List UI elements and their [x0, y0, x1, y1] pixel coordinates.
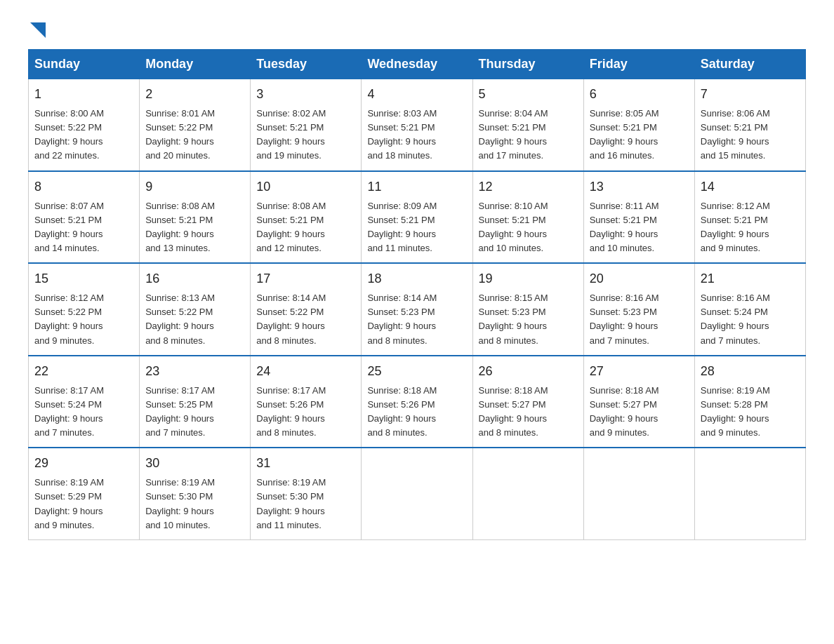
- day-number: 28: [701, 362, 800, 381]
- calendar-day-cell: 19Sunrise: 8:15 AM Sunset: 5:23 PM Dayli…: [472, 263, 583, 356]
- calendar-day-cell: 11Sunrise: 8:09 AM Sunset: 5:21 PM Dayli…: [362, 171, 472, 264]
- calendar-week-row: 15Sunrise: 8:12 AM Sunset: 5:22 PM Dayli…: [29, 263, 806, 356]
- day-number: 21: [701, 269, 800, 288]
- calendar-day-cell: 24Sunrise: 8:17 AM Sunset: 5:26 PM Dayli…: [251, 356, 362, 448]
- day-info: Sunrise: 8:19 AM Sunset: 5:30 PM Dayligh…: [145, 477, 215, 530]
- day-info: Sunrise: 8:17 AM Sunset: 5:24 PM Dayligh…: [34, 385, 104, 438]
- calendar-day-cell: 4Sunrise: 8:03 AM Sunset: 5:21 PM Daylig…: [362, 79, 472, 171]
- day-number: 20: [590, 269, 689, 288]
- calendar-day-cell: 7Sunrise: 8:06 AM Sunset: 5:21 PM Daylig…: [694, 79, 805, 171]
- calendar-day-cell: [694, 448, 805, 539]
- calendar-day-cell: 9Sunrise: 8:08 AM Sunset: 5:21 PM Daylig…: [140, 171, 251, 264]
- calendar-day-cell: 23Sunrise: 8:17 AM Sunset: 5:25 PM Dayli…: [140, 356, 251, 448]
- day-number: 10: [256, 177, 355, 196]
- day-of-week-header: Friday: [583, 50, 694, 79]
- calendar-week-row: 1Sunrise: 8:00 AM Sunset: 5:22 PM Daylig…: [29, 79, 806, 171]
- day-number: 6: [590, 85, 689, 104]
- calendar-day-cell: 15Sunrise: 8:12 AM Sunset: 5:22 PM Dayli…: [29, 263, 140, 356]
- day-info: Sunrise: 8:14 AM Sunset: 5:22 PM Dayligh…: [256, 293, 326, 345]
- day-number: 18: [367, 269, 466, 288]
- day-info: Sunrise: 8:15 AM Sunset: 5:23 PM Dayligh…: [479, 293, 548, 345]
- calendar-day-cell: 3Sunrise: 8:02 AM Sunset: 5:21 PM Daylig…: [251, 79, 362, 171]
- calendar-day-cell: 26Sunrise: 8:18 AM Sunset: 5:27 PM Dayli…: [472, 356, 583, 448]
- day-number: 3: [256, 85, 355, 104]
- calendar-day-cell: 31Sunrise: 8:19 AM Sunset: 5:30 PM Dayli…: [251, 448, 362, 539]
- calendar-day-cell: [362, 448, 472, 539]
- day-info: Sunrise: 8:19 AM Sunset: 5:28 PM Dayligh…: [701, 385, 770, 438]
- calendar-day-cell: 5Sunrise: 8:04 AM Sunset: 5:21 PM Daylig…: [472, 79, 583, 171]
- calendar-header-row: SundayMondayTuesdayWednesdayThursdayFrid…: [29, 50, 806, 79]
- calendar-day-cell: 16Sunrise: 8:13 AM Sunset: 5:22 PM Dayli…: [140, 263, 251, 356]
- calendar-day-cell: 2Sunrise: 8:01 AM Sunset: 5:22 PM Daylig…: [140, 79, 251, 171]
- day-info: Sunrise: 8:19 AM Sunset: 5:29 PM Dayligh…: [34, 477, 104, 530]
- day-number: 15: [34, 269, 133, 288]
- calendar-day-cell: 14Sunrise: 8:12 AM Sunset: 5:21 PM Dayli…: [694, 171, 805, 264]
- day-info: Sunrise: 8:07 AM Sunset: 5:21 PM Dayligh…: [34, 201, 104, 253]
- calendar-day-cell: 27Sunrise: 8:18 AM Sunset: 5:27 PM Dayli…: [583, 356, 694, 448]
- day-info: Sunrise: 8:12 AM Sunset: 5:21 PM Dayligh…: [701, 201, 770, 253]
- day-number: 17: [256, 269, 355, 288]
- calendar-day-cell: 20Sunrise: 8:16 AM Sunset: 5:23 PM Dayli…: [583, 263, 694, 356]
- day-info: Sunrise: 8:08 AM Sunset: 5:21 PM Dayligh…: [145, 201, 215, 253]
- day-of-week-header: Sunday: [29, 50, 140, 79]
- day-info: Sunrise: 8:19 AM Sunset: 5:30 PM Dayligh…: [256, 477, 326, 530]
- calendar-week-row: 22Sunrise: 8:17 AM Sunset: 5:24 PM Dayli…: [29, 356, 806, 448]
- day-info: Sunrise: 8:16 AM Sunset: 5:24 PM Dayligh…: [701, 293, 770, 345]
- day-of-week-header: Thursday: [472, 50, 583, 79]
- day-info: Sunrise: 8:11 AM Sunset: 5:21 PM Dayligh…: [590, 201, 659, 253]
- header: [28, 21, 806, 35]
- day-number: 31: [256, 454, 355, 473]
- calendar-day-cell: 8Sunrise: 8:07 AM Sunset: 5:21 PM Daylig…: [29, 171, 140, 264]
- day-info: Sunrise: 8:13 AM Sunset: 5:22 PM Dayligh…: [145, 293, 215, 345]
- calendar-day-cell: 22Sunrise: 8:17 AM Sunset: 5:24 PM Dayli…: [29, 356, 140, 448]
- day-info: Sunrise: 8:00 AM Sunset: 5:22 PM Dayligh…: [34, 108, 104, 161]
- day-number: 29: [34, 454, 133, 473]
- calendar-day-cell: 25Sunrise: 8:18 AM Sunset: 5:26 PM Dayli…: [362, 356, 472, 448]
- day-info: Sunrise: 8:12 AM Sunset: 5:22 PM Dayligh…: [34, 293, 104, 345]
- day-number: 26: [479, 362, 578, 381]
- day-number: 4: [367, 85, 466, 104]
- day-info: Sunrise: 8:09 AM Sunset: 5:21 PM Dayligh…: [367, 201, 437, 253]
- day-info: Sunrise: 8:02 AM Sunset: 5:21 PM Dayligh…: [256, 108, 326, 161]
- day-info: Sunrise: 8:08 AM Sunset: 5:21 PM Dayligh…: [256, 201, 326, 253]
- day-info: Sunrise: 8:17 AM Sunset: 5:25 PM Dayligh…: [145, 385, 215, 438]
- day-info: Sunrise: 8:18 AM Sunset: 5:27 PM Dayligh…: [590, 385, 659, 438]
- calendar-day-cell: [583, 448, 694, 539]
- day-info: Sunrise: 8:10 AM Sunset: 5:21 PM Dayligh…: [479, 201, 548, 253]
- day-number: 23: [145, 362, 244, 381]
- day-info: Sunrise: 8:05 AM Sunset: 5:21 PM Dayligh…: [590, 108, 659, 161]
- day-number: 30: [145, 454, 244, 473]
- day-info: Sunrise: 8:16 AM Sunset: 5:23 PM Dayligh…: [590, 293, 659, 345]
- logo-triangle-icon: [30, 22, 46, 38]
- day-info: Sunrise: 8:18 AM Sunset: 5:26 PM Dayligh…: [367, 385, 437, 438]
- logo: [28, 21, 46, 35]
- day-number: 27: [590, 362, 689, 381]
- calendar-day-cell: 18Sunrise: 8:14 AM Sunset: 5:23 PM Dayli…: [362, 263, 472, 356]
- day-info: Sunrise: 8:03 AM Sunset: 5:21 PM Dayligh…: [367, 108, 437, 161]
- day-info: Sunrise: 8:06 AM Sunset: 5:21 PM Dayligh…: [701, 108, 770, 161]
- day-info: Sunrise: 8:14 AM Sunset: 5:23 PM Dayligh…: [367, 293, 437, 345]
- calendar-day-cell: 12Sunrise: 8:10 AM Sunset: 5:21 PM Dayli…: [472, 171, 583, 264]
- calendar-day-cell: [472, 448, 583, 539]
- day-number: 7: [701, 85, 800, 104]
- day-number: 5: [479, 85, 578, 104]
- calendar-day-cell: 17Sunrise: 8:14 AM Sunset: 5:22 PM Dayli…: [251, 263, 362, 356]
- day-number: 14: [701, 177, 800, 196]
- day-number: 2: [145, 85, 244, 104]
- calendar-week-row: 29Sunrise: 8:19 AM Sunset: 5:29 PM Dayli…: [29, 448, 806, 539]
- day-number: 8: [34, 177, 133, 196]
- day-of-week-header: Tuesday: [251, 50, 362, 79]
- day-number: 9: [145, 177, 244, 196]
- day-number: 25: [367, 362, 466, 381]
- calendar-day-cell: 10Sunrise: 8:08 AM Sunset: 5:21 PM Dayli…: [251, 171, 362, 264]
- calendar-day-cell: 21Sunrise: 8:16 AM Sunset: 5:24 PM Dayli…: [694, 263, 805, 356]
- day-of-week-header: Wednesday: [362, 50, 472, 79]
- day-number: 24: [256, 362, 355, 381]
- day-info: Sunrise: 8:04 AM Sunset: 5:21 PM Dayligh…: [479, 108, 548, 161]
- calendar-day-cell: 1Sunrise: 8:00 AM Sunset: 5:22 PM Daylig…: [29, 79, 140, 171]
- svg-marker-0: [30, 22, 46, 38]
- day-info: Sunrise: 8:17 AM Sunset: 5:26 PM Dayligh…: [256, 385, 326, 438]
- day-of-week-header: Monday: [140, 50, 251, 79]
- calendar-day-cell: 29Sunrise: 8:19 AM Sunset: 5:29 PM Dayli…: [29, 448, 140, 539]
- day-of-week-header: Saturday: [694, 50, 805, 79]
